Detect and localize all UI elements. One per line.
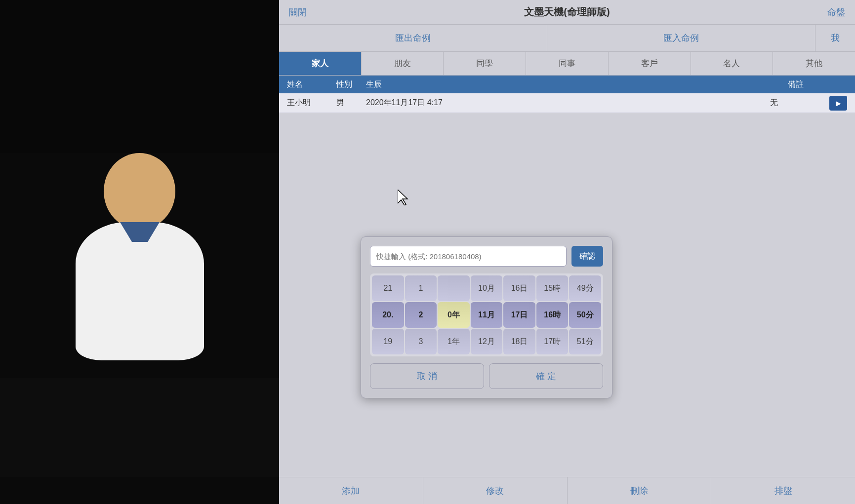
scroll-picker: 21 1 10月 16日 15時 bbox=[370, 273, 603, 356]
cell-birth: 2020年11月17日 4:17 bbox=[366, 98, 770, 108]
cell-note: 无 bbox=[770, 98, 829, 108]
picker-cell-2-mid[interactable]: 2 bbox=[405, 302, 437, 328]
picker-cell-3-top[interactable] bbox=[438, 275, 470, 301]
category-tabs: 家人 朋友 同學 同事 客戶 名人 其他 bbox=[279, 52, 855, 76]
picker-grid: 21 1 10月 16日 15時 bbox=[372, 275, 601, 354]
quick-input-field[interactable] bbox=[370, 246, 567, 267]
picker-cell-min-mid[interactable]: 50分 bbox=[569, 302, 601, 328]
picker-cell-min-top[interactable]: 49分 bbox=[569, 275, 601, 301]
tab-family[interactable]: 家人 bbox=[279, 52, 362, 75]
table-header: 姓名 性別 生辰 備註 bbox=[279, 76, 855, 93]
picker-cell-hour-top[interactable]: 15時 bbox=[536, 275, 569, 301]
dialog-actions: 取 消 確 定 bbox=[370, 363, 603, 389]
picker-cell-day-bot[interactable]: 18日 bbox=[503, 329, 535, 354]
col-header-note: 備註 bbox=[788, 79, 847, 90]
picker-cell-month-mid[interactable]: 11月 bbox=[471, 302, 503, 328]
tab-clients[interactable]: 客戶 bbox=[609, 52, 691, 75]
export-button[interactable]: 匯出命例 bbox=[279, 25, 547, 51]
person-head bbox=[104, 153, 175, 230]
main-content: 確認 21 1 10月 bbox=[279, 113, 855, 477]
close-button[interactable]: 關閉 bbox=[289, 6, 307, 18]
app-header: 關閉 文墨天機(命理師版) 命盤 bbox=[279, 0, 855, 25]
tab-other[interactable]: 其他 bbox=[773, 52, 855, 75]
picker-cell-min-bot[interactable]: 51分 bbox=[569, 329, 601, 354]
cancel-button[interactable]: 取 消 bbox=[370, 363, 484, 389]
cell-gender: 男 bbox=[336, 98, 366, 108]
dark-top bbox=[0, 0, 279, 153]
row-arrow-icon[interactable]: ▶ bbox=[829, 96, 847, 111]
person-body bbox=[76, 222, 204, 360]
video-panel bbox=[0, 0, 279, 504]
picker-cell-3-mid[interactable]: 0年 bbox=[438, 302, 470, 328]
tab-friends[interactable]: 朋友 bbox=[362, 52, 444, 75]
date-picker-dialog: 確認 21 1 10月 bbox=[361, 236, 612, 398]
picker-cell-day-top[interactable]: 16日 bbox=[503, 275, 535, 301]
picker-cell-hour-bot[interactable]: 17時 bbox=[536, 329, 569, 354]
add-button[interactable]: 添加 bbox=[279, 477, 423, 504]
picker-cell-year-bot[interactable]: 19 bbox=[372, 329, 404, 354]
edit-button[interactable]: 修改 bbox=[423, 477, 568, 504]
picker-cell-2-bot[interactable]: 3 bbox=[405, 329, 437, 354]
app-panel: 關閉 文墨天機(命理師版) 命盤 匯出命例 匯入命例 我 家人 朋友 同學 同事… bbox=[279, 0, 855, 504]
picker-cell-day-mid[interactable]: 17日 bbox=[503, 302, 535, 328]
dark-bottom bbox=[0, 378, 279, 477]
picker-cell-3-bot[interactable]: 1年 bbox=[438, 329, 470, 354]
tab-classmates[interactable]: 同學 bbox=[444, 52, 526, 75]
delete-button[interactable]: 刪除 bbox=[568, 477, 712, 504]
action-bar: 匯出命例 匯入命例 我 bbox=[279, 25, 855, 52]
col-header-gender: 性別 bbox=[336, 79, 366, 90]
tab-famous[interactable]: 名人 bbox=[691, 52, 774, 75]
quick-input-row: 確認 bbox=[370, 246, 603, 267]
col-header-name: 姓名 bbox=[287, 79, 336, 90]
mouse-cursor-icon bbox=[398, 190, 409, 205]
picker-cell-2-top[interactable]: 1 bbox=[405, 275, 437, 301]
picker-cell-month-top[interactable]: 10月 bbox=[471, 275, 503, 301]
picker-cell-year-mid[interactable]: 20. bbox=[372, 302, 404, 328]
import-button[interactable]: 匯入命例 bbox=[547, 25, 815, 51]
chart-nav-button[interactable]: 命盤 bbox=[827, 6, 845, 18]
picker-cell-year-top[interactable]: 21 bbox=[372, 275, 404, 301]
picker-cell-hour-mid[interactable]: 16時 bbox=[536, 302, 569, 328]
app-footer: 添加 修改 刪除 排盤 bbox=[279, 477, 855, 504]
arrange-button[interactable]: 排盤 bbox=[711, 477, 855, 504]
cell-name: 王小明 bbox=[287, 98, 336, 108]
quick-confirm-button[interactable]: 確認 bbox=[571, 246, 603, 267]
tab-colleagues[interactable]: 同事 bbox=[526, 52, 609, 75]
me-button[interactable]: 我 bbox=[815, 25, 855, 51]
col-header-birth: 生辰 bbox=[366, 79, 788, 90]
table-row[interactable]: 王小明 男 2020年11月17日 4:17 无 ▶ bbox=[279, 93, 855, 113]
confirm-button[interactable]: 確 定 bbox=[489, 363, 603, 389]
app-title: 文墨天機(命理師版) bbox=[524, 5, 610, 19]
picker-cell-month-bot[interactable]: 12月 bbox=[471, 329, 503, 354]
